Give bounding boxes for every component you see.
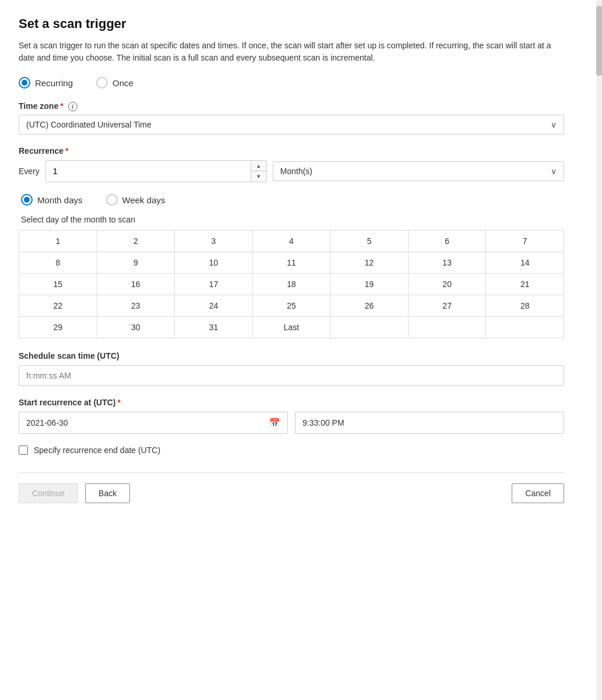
recurring-label: Recurring: [35, 78, 73, 88]
calendar-cell[interactable]: 20: [409, 274, 487, 295]
once-option[interactable]: Once: [96, 77, 133, 89]
calendar-cell[interactable]: 9: [97, 252, 175, 274]
calendar-cell[interactable]: 27: [409, 295, 487, 317]
day-type-row: Month days Week days: [21, 194, 564, 206]
once-label: Once: [112, 78, 133, 88]
end-date-row: Specify recurrence end date (UTC): [19, 446, 564, 455]
once-radio[interactable]: [96, 77, 108, 89]
recurring-option[interactable]: Recurring: [19, 77, 73, 89]
calendar-cell[interactable]: 16: [97, 274, 175, 295]
end-date-checkbox[interactable]: [19, 446, 28, 455]
calendar-cell[interactable]: 3: [175, 231, 253, 252]
month-days-radio[interactable]: [21, 194, 33, 206]
start-recurrence-label: Start recurrence at (UTC)*: [19, 398, 564, 407]
recurrence-inputs-row: 2021-06-30 📅: [19, 412, 564, 434]
calendar-cell[interactable]: 28: [486, 295, 564, 317]
calendar-cell[interactable]: 7: [486, 231, 564, 252]
period-value: Month(s): [280, 167, 312, 176]
calendar-cell[interactable]: 26: [330, 295, 409, 317]
footer-bar: Continue Back Cancel: [19, 472, 564, 503]
calendar-grid: 1234567891011121314151617181920212223242…: [19, 230, 564, 338]
calendar-cell[interactable]: 8: [19, 252, 97, 274]
page-title: Set a scan trigger: [19, 16, 564, 31]
calendar-cell[interactable]: Last: [253, 317, 331, 338]
calendar-cell[interactable]: 25: [253, 295, 331, 317]
calendar-cell: [330, 317, 409, 338]
spin-down-button[interactable]: ▼: [251, 171, 266, 182]
page-description: Set a scan trigger to run the scan at sp…: [19, 40, 555, 64]
timezone-dropdown[interactable]: (UTC) Coordinated Universal Time ∨: [19, 115, 564, 135]
calendar-cell[interactable]: 21: [486, 274, 564, 295]
calendar-cell[interactable]: 12: [330, 252, 409, 274]
timezone-chevron-icon: ∨: [551, 120, 557, 129]
calendar-cell[interactable]: 13: [409, 252, 487, 274]
scan-time-input[interactable]: [19, 365, 564, 386]
back-button[interactable]: Back: [85, 483, 130, 503]
calendar-cell[interactable]: 23: [97, 295, 175, 317]
calendar-cell[interactable]: 2: [97, 231, 175, 252]
spin-buttons: ▲ ▼: [251, 161, 266, 182]
calendar-cell[interactable]: 18: [253, 274, 331, 295]
week-days-label: Week days: [122, 195, 166, 205]
every-label: Every: [19, 167, 40, 176]
recurrence-row: Every ▲ ▼ Month(s) ∨: [19, 160, 564, 182]
calendar-cell[interactable]: 14: [486, 252, 564, 274]
period-chevron-icon: ∨: [551, 167, 557, 176]
calendar-cell[interactable]: 11: [253, 252, 331, 274]
week-days-option[interactable]: Week days: [106, 194, 166, 206]
spin-up-button[interactable]: ▲: [251, 161, 266, 171]
calendar-cell[interactable]: 29: [19, 317, 97, 338]
calendar-cell[interactable]: 15: [19, 274, 97, 295]
calendar-cell: [486, 317, 564, 338]
calendar-cell[interactable]: 6: [409, 231, 487, 252]
calendar-icon: 📅: [269, 418, 280, 428]
recurring-radio[interactable]: [19, 77, 30, 89]
trigger-type-group: Recurring Once: [19, 77, 564, 89]
calendar-cell[interactable]: 4: [253, 231, 331, 252]
cancel-button[interactable]: Cancel: [512, 483, 564, 503]
calendar-cell[interactable]: 19: [330, 274, 409, 295]
end-date-label: Specify recurrence end date (UTC): [34, 446, 160, 455]
calendar-cell[interactable]: 5: [330, 231, 409, 252]
continue-button[interactable]: Continue: [19, 483, 78, 503]
date-field[interactable]: 2021-06-30 📅: [19, 412, 288, 434]
calendar-cell: [409, 317, 487, 338]
calendar-cell[interactable]: 24: [175, 295, 253, 317]
calendar-cell[interactable]: 22: [19, 295, 97, 317]
timezone-label: Time zone* i: [19, 101, 564, 111]
period-dropdown[interactable]: Month(s) ∨: [273, 161, 564, 181]
calendar-cell[interactable]: 30: [97, 317, 175, 338]
select-day-label: Select day of the month to scan: [21, 215, 564, 224]
month-days-option[interactable]: Month days: [21, 194, 83, 206]
time-input[interactable]: [295, 412, 564, 434]
every-spinfield: ▲ ▼: [45, 160, 267, 182]
scan-time-label: Schedule scan time (UTC): [19, 351, 564, 360]
date-value: 2021-06-30: [26, 418, 68, 427]
recurrence-label: Recurrence*: [19, 146, 564, 155]
calendar-cell[interactable]: 10: [175, 252, 253, 274]
week-days-radio[interactable]: [106, 194, 118, 206]
calendar-cell[interactable]: 31: [175, 317, 253, 338]
calendar-cell[interactable]: 17: [175, 274, 253, 295]
timezone-value: (UTC) Coordinated Universal Time: [26, 120, 152, 129]
calendar-cell[interactable]: 1: [19, 231, 97, 252]
every-input[interactable]: [46, 162, 251, 181]
month-days-label: Month days: [37, 195, 83, 205]
timezone-info-icon[interactable]: i: [68, 102, 78, 111]
